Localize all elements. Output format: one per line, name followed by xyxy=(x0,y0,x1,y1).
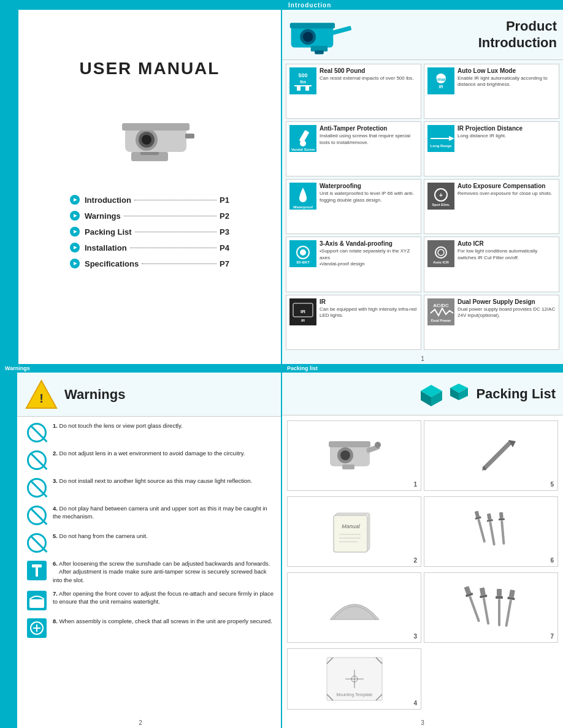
svg-text:IR: IR xyxy=(439,85,443,89)
no-touch-icon xyxy=(27,423,47,442)
camera-svg xyxy=(88,100,211,173)
feature-icon-dual-power: AC/DC Dual Power xyxy=(427,298,454,325)
svg-text:lbs: lbs xyxy=(300,80,306,84)
box-icon-2 xyxy=(448,382,470,400)
svg-rect-92 xyxy=(498,518,504,521)
svg-rect-97 xyxy=(479,588,485,596)
toc-dots xyxy=(130,248,216,248)
toc-page-introduction: P1 xyxy=(220,195,229,205)
packing-num-1: 1 xyxy=(413,481,417,488)
left-sidebar-accent xyxy=(0,10,18,364)
packing-item-template: Mounting Template xyxy=(301,655,408,703)
no-hang-icon xyxy=(27,533,47,553)
svg-rect-94 xyxy=(464,586,471,595)
svg-rect-75 xyxy=(342,464,354,469)
warning-icon-8 xyxy=(26,617,48,639)
bottom-section: Warnings ! Warnings 1. Do not touch the … xyxy=(0,364,563,728)
feature-title-3axis: 3-Axis & Vandal-proofing xyxy=(320,240,418,247)
wrench-item-icon xyxy=(461,434,522,477)
toc-label-introduction: Introduction xyxy=(85,195,131,205)
packing-num-2: 2 xyxy=(413,557,417,564)
feature-real-500-pound: 500 lbs Real 500 Pound Can resist extern… xyxy=(286,64,421,119)
page-num-warnings: 2 xyxy=(0,718,281,728)
svg-rect-20 xyxy=(305,86,309,91)
feature-auto-exposure: + Spot Elim. Auto Exposure Compensation … xyxy=(424,179,559,234)
svg-rect-91 xyxy=(499,512,503,518)
svg-rect-58 xyxy=(36,567,38,577)
packing-top-bar: Packing list xyxy=(282,364,563,373)
svg-text:Spot Elim.: Spot Elim. xyxy=(432,203,450,207)
warning-item-5: 5. Do not hang from the camera unit. xyxy=(26,532,275,554)
warning-text-6: 6. After loosening the screw the sunshad… xyxy=(53,559,275,584)
packing-num-4: 4 xyxy=(413,700,417,707)
feature-waterproofing: Waterproof Waterproofing Unit is waterpr… xyxy=(286,179,421,234)
header-camera-icon xyxy=(288,15,356,55)
right-top-bar: Introduction xyxy=(282,0,563,10)
packing-num-7: 7 xyxy=(550,633,554,640)
warning-item-8: 8. When assembly is complete, check that… xyxy=(26,617,275,639)
toc-item-packing: Packing List P3 xyxy=(70,227,229,237)
small-screws-icon xyxy=(461,510,522,553)
packing-num-6: 6 xyxy=(550,557,554,564)
svg-rect-57 xyxy=(32,564,42,567)
feature-auto-icr: Auto ICR Auto ICR For low light conditio… xyxy=(424,237,559,292)
feature-dual-power: AC/DC Dual Power Dual Power Supply Desig… xyxy=(424,295,559,350)
top-section: USER MANUAL xyxy=(0,0,563,364)
template-item-icon: Mounting Template xyxy=(324,654,385,703)
feature-icon-tamper: Vandal Screw xyxy=(289,125,316,152)
svg-rect-101 xyxy=(496,596,503,599)
svg-rect-100 xyxy=(497,589,502,596)
packing-item-2: Manual 2 xyxy=(287,496,421,567)
feature-text-waterproof: Waterproofing Unit is waterproofed to le… xyxy=(320,183,418,203)
toc-list: Introduction P1 Warnings P2 Packing List… xyxy=(70,195,229,275)
toc-item-specifications: Specifications P7 xyxy=(70,259,229,268)
svg-rect-74 xyxy=(329,441,370,447)
warning-icon-5 xyxy=(26,532,48,554)
camera-item-icon xyxy=(324,434,385,477)
svg-text:IR: IR xyxy=(301,319,305,322)
svg-text:AC/DC: AC/DC xyxy=(433,303,449,308)
svg-text:Mounting Template: Mounting Template xyxy=(336,692,372,697)
warning-text-8: 8. When assembly is complete, check that… xyxy=(53,617,275,625)
camera-illustration xyxy=(88,97,211,176)
toc-arrow xyxy=(70,259,80,268)
feature-icon-waterproof: Waterproof xyxy=(289,183,316,210)
large-screws-icon xyxy=(458,586,525,629)
toc-page-warnings: P2 xyxy=(220,211,229,221)
packing-item-screws-small xyxy=(438,504,545,559)
toc-label-warnings: Warnings xyxy=(85,211,121,221)
warning-icon-4 xyxy=(26,504,48,526)
toc-item-installation: Installation P4 xyxy=(70,243,229,252)
feature-text-exposure: Auto Exposure Compensation Removes over-… xyxy=(458,183,552,197)
svg-text:+: + xyxy=(439,192,443,199)
packing-item-screws-large xyxy=(438,580,545,635)
warning-icon-6 xyxy=(26,559,48,582)
toc-label-packing: Packing List xyxy=(85,227,132,237)
svg-point-41 xyxy=(300,249,306,256)
svg-rect-60 xyxy=(29,599,44,608)
warnings-header: ! Warnings xyxy=(0,373,281,417)
warning-text-3: 3. Do not install next to another light … xyxy=(53,477,275,485)
toc-item-introduction: Introduction P1 xyxy=(70,195,229,205)
svg-rect-7 xyxy=(185,134,194,138)
packing-title: Packing List xyxy=(476,386,556,402)
left-content: USER MANUAL xyxy=(18,10,281,364)
feature-text-icr: Auto ICR For low light conditions automa… xyxy=(458,240,556,261)
feature-auto-low-lux: Smart IR Auto Low Lux Mode Enable IR lig… xyxy=(424,64,559,119)
svg-text:!: ! xyxy=(39,392,44,405)
section-label-introduction: Introduction xyxy=(288,2,331,9)
feature-icon-500lb: 500 lbs xyxy=(289,67,316,94)
packing-num-5: 5 xyxy=(550,481,554,488)
warnings-content: 1. Do not touch the lens or view port gl… xyxy=(0,417,281,718)
svg-point-73 xyxy=(340,450,350,460)
svg-rect-93 xyxy=(500,520,505,545)
svg-point-5 xyxy=(142,135,151,145)
feature-title-dual-power: Dual Power Supply Design xyxy=(458,298,556,305)
feature-icon-exposure: + Spot Elim. xyxy=(427,183,454,210)
packing-item-4: Mounting Template 4 xyxy=(287,648,421,710)
packing-num-3: 3 xyxy=(413,633,417,640)
warning-text-4: 4. Do not play hand between camera unit … xyxy=(53,504,275,521)
no-wet-icon xyxy=(27,450,47,470)
feature-desc-ir-dist: Long distance IR light. xyxy=(458,133,523,139)
feature-title-tamper: Anti-Tamper Protection xyxy=(320,125,418,132)
